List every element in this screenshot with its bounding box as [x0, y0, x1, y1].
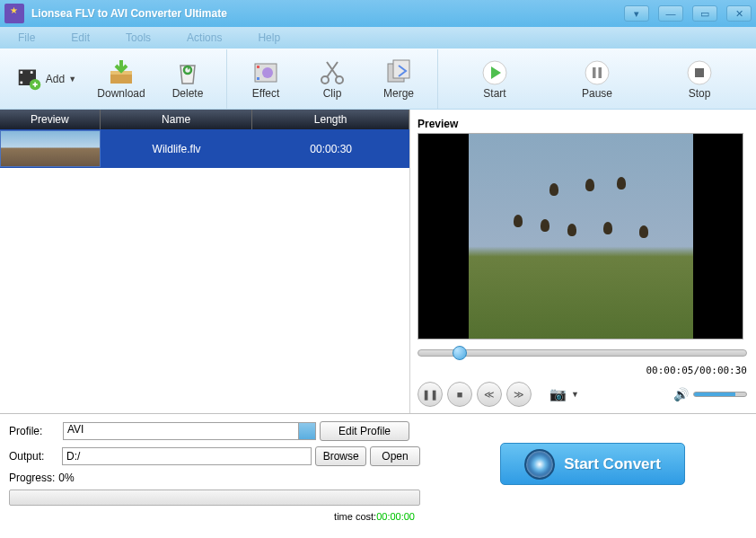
download-label: Download [97, 87, 145, 100]
svg-point-13 [262, 67, 273, 78]
ctrl-rewind-button[interactable]: ≪ [477, 382, 502, 407]
svg-rect-3 [31, 71, 33, 74]
seek-knob[interactable] [453, 346, 467, 360]
delete-button[interactable]: Delete [154, 52, 221, 106]
ctrl-pause-button[interactable]: ❚❚ [418, 382, 443, 407]
pause-button[interactable]: Pause [564, 52, 630, 106]
volume-icon[interactable]: 🔊 [673, 387, 689, 401]
settings-panel: Profile: AVI Edit Profile Output: Browse… [0, 414, 429, 538]
row-length: 00:00:30 [252, 143, 409, 155]
col-name[interactable]: Name [101, 110, 253, 129]
pause-label: Pause [582, 87, 612, 100]
merge-icon [384, 58, 413, 87]
add-label: Add [46, 73, 65, 85]
window-title: Lionsea FLV to AVI Converter Ultimate [31, 7, 624, 20]
start-label: Start [483, 87, 505, 100]
maximize-button[interactable]: ▭ [692, 5, 717, 22]
preview-pane: Preview 00:00:05/00:00:30 ❚❚ ■ ≪ ≫ 📷 [410, 110, 756, 413]
edit-profile-button[interactable]: Edit Profile [320, 421, 409, 441]
effect-icon [251, 58, 280, 87]
output-label: Output: [9, 450, 58, 463]
volume-slider[interactable] [693, 392, 747, 397]
download-button[interactable]: Download [88, 52, 154, 106]
svg-rect-20 [593, 67, 596, 78]
menubar: File Edit Tools Actions Help [0, 27, 756, 49]
progress-value: 0% [58, 472, 74, 484]
menu-edit[interactable]: Edit [71, 31, 90, 44]
playback-controls: ❚❚ ■ ≪ ≫ 📷 ▼ 🔊 [418, 382, 747, 407]
browse-button[interactable]: Browse [315, 446, 366, 466]
progress-label: Progress: [9, 472, 55, 484]
pause-icon [583, 58, 611, 87]
toolbar: Add ▼ Download Delete Effect Cli [0, 49, 756, 110]
video-display[interactable] [418, 133, 743, 340]
recycle-icon [173, 58, 202, 87]
main-area: Preview Name Length Wildlife.flv 00:00:3… [0, 110, 756, 413]
merge-label: Merge [383, 87, 414, 100]
file-list-pane: Preview Name Length Wildlife.flv 00:00:3… [0, 110, 410, 413]
bottom-panel: Profile: AVI Edit Profile Output: Browse… [0, 413, 756, 538]
snapshot-caret[interactable]: ▼ [571, 390, 579, 399]
chevron-down-icon: ▼ [68, 75, 76, 84]
ctrl-stop-button[interactable]: ■ [447, 382, 472, 407]
svg-rect-1 [20, 71, 22, 74]
profile-combo[interactable]: AVI [63, 422, 316, 440]
merge-button[interactable]: Merge [365, 52, 432, 106]
list-row[interactable]: Wildlife.flv 00:00:30 [0, 129, 409, 168]
effect-label: Effect [252, 87, 279, 100]
open-button[interactable]: Open [370, 446, 420, 466]
stop-label: Stop [689, 87, 711, 100]
scissors-icon [318, 58, 347, 87]
svg-rect-7 [34, 82, 36, 86]
ctrl-forward-button[interactable]: ≫ [506, 382, 532, 407]
col-length[interactable]: Length [252, 110, 409, 129]
effect-button[interactable]: Effect [233, 52, 299, 106]
minimize-button[interactable]: — [658, 5, 683, 22]
svg-rect-21 [599, 67, 602, 78]
stop-button[interactable]: Stop [666, 52, 733, 106]
row-thumbnail [0, 130, 101, 167]
preview-heading: Preview [418, 115, 747, 133]
film-add-icon [17, 66, 42, 92]
seek-bar[interactable] [418, 345, 747, 361]
app-icon [4, 4, 24, 23]
titlebar: Lionsea FLV to AVI Converter Ultimate ▾ … [0, 0, 756, 27]
convert-label: Start Convert [564, 455, 661, 473]
svg-rect-11 [257, 66, 259, 68]
clip-button[interactable]: Clip [299, 52, 365, 106]
svg-rect-2 [20, 81, 22, 84]
video-frame [469, 134, 693, 339]
row-name: Wildlife.flv [101, 143, 253, 155]
menu-help[interactable]: Help [258, 31, 280, 44]
menu-window-button[interactable]: ▾ [624, 5, 649, 22]
svg-rect-12 [257, 77, 259, 80]
time-cost: time cost:00:00:00 [9, 511, 420, 523]
start-convert-button[interactable]: Start Convert [500, 443, 685, 485]
menu-actions[interactable]: Actions [187, 31, 222, 44]
convert-pane: Start Convert [429, 414, 756, 538]
add-button[interactable]: Add ▼ [5, 52, 88, 106]
menu-tools[interactable]: Tools [126, 31, 151, 44]
profile-label: Profile: [9, 425, 59, 437]
svg-rect-23 [695, 68, 704, 77]
disc-icon [524, 449, 555, 480]
close-button[interactable]: ✕ [726, 5, 752, 22]
clip-label: Clip [323, 87, 342, 100]
output-path-input[interactable] [62, 447, 312, 465]
delete-label: Delete [172, 87, 204, 100]
download-icon [107, 58, 136, 87]
list-header: Preview Name Length [0, 110, 409, 129]
stop-icon [685, 58, 714, 87]
menu-file[interactable]: File [18, 31, 35, 44]
svg-rect-17 [393, 60, 409, 78]
time-display: 00:00:05/00:00:30 [418, 361, 747, 380]
snapshot-icon[interactable]: 📷 [549, 386, 567, 402]
play-icon [480, 58, 509, 87]
progress-bar [9, 489, 420, 506]
start-button[interactable]: Start [462, 52, 528, 106]
col-preview[interactable]: Preview [0, 110, 101, 129]
svg-point-19 [585, 61, 609, 84]
